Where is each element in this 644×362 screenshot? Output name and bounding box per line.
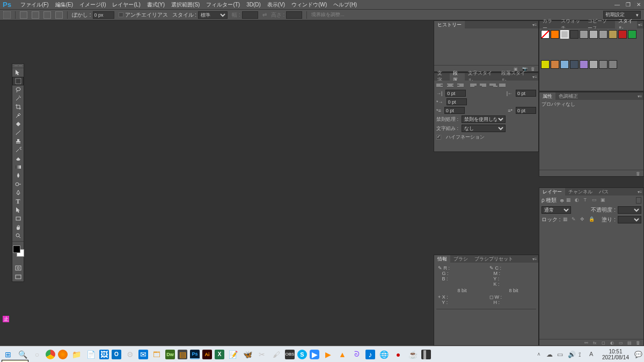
antialias-checkbox[interactable]: アンチエイリアス xyxy=(119,11,168,19)
tray-notification-icon[interactable]: 💬 xyxy=(634,351,642,358)
record-icon[interactable]: ● xyxy=(392,349,404,360)
menu-image[interactable]: イメージ(I) xyxy=(76,0,109,10)
height-input[interactable] xyxy=(286,11,302,19)
indent-right-input[interactable] xyxy=(516,90,536,97)
style-swatch[interactable] xyxy=(560,60,569,69)
selection-new-icon[interactable] xyxy=(20,11,27,19)
clonesource-tab[interactable]: コピーソース xyxy=(584,21,615,28)
properties-delete-icon[interactable]: 🗑 xyxy=(636,171,641,176)
channels-tab[interactable]: チャンネル xyxy=(565,188,596,196)
menu-window[interactable]: ウィンドウ(W) xyxy=(288,0,330,10)
filter-pixel-icon[interactable]: ▦ xyxy=(566,197,573,204)
style-swatch[interactable] xyxy=(589,60,598,69)
skype-icon[interactable]: S xyxy=(297,350,307,359)
refine-edge-button[interactable]: 境界線を調整... xyxy=(311,11,345,18)
blur-tool[interactable] xyxy=(12,171,24,180)
style-swatch[interactable] xyxy=(618,30,627,39)
excel-icon[interactable]: X xyxy=(215,350,224,359)
style-swatch[interactable] xyxy=(570,60,579,69)
character-tab[interactable]: 文字 xyxy=(434,73,450,81)
layers-panel-menu[interactable]: ▾≡ xyxy=(636,188,643,196)
fill-input[interactable] xyxy=(618,216,641,223)
terapad-icon[interactable]: 📝 xyxy=(227,349,239,360)
filter-type-icon[interactable]: T xyxy=(583,197,590,204)
history-brush-tool[interactable] xyxy=(12,146,24,154)
style-swatch[interactable] xyxy=(599,30,608,39)
menu-3d[interactable]: 3D(D) xyxy=(243,1,264,9)
outlook-icon[interactable]: O xyxy=(112,350,121,359)
style-swatch[interactable] xyxy=(599,60,608,69)
taskmgr-icon[interactable]: 🗔 xyxy=(151,349,163,360)
system-clock[interactable]: 10:512021/08/14 xyxy=(600,349,631,360)
butterfly-icon[interactable]: 🦋 xyxy=(241,349,253,360)
justify-all-icon[interactable] xyxy=(499,82,507,88)
styles-panel-menu[interactable]: ▾≡ xyxy=(637,21,643,28)
justify-left-icon[interactable] xyxy=(470,82,478,88)
start-button[interactable]: ⊞ xyxy=(2,349,14,360)
window-close-button[interactable]: ✕ xyxy=(634,1,643,9)
layer-link-icon[interactable]: ⚯ xyxy=(584,341,590,345)
marquee-tool[interactable] xyxy=(12,77,24,85)
menu-view[interactable]: 表示(V) xyxy=(264,0,288,10)
paragraph-tab[interactable]: 段落 xyxy=(450,73,465,81)
foreground-color-swatch[interactable] xyxy=(13,245,20,253)
filter-smart-icon[interactable]: ▣ xyxy=(601,197,607,204)
paths-tab[interactable]: パス xyxy=(596,188,612,196)
justify-center-icon[interactable] xyxy=(480,82,488,88)
window-minimize-button[interactable]: — xyxy=(612,1,622,9)
color-swatches[interactable] xyxy=(12,245,24,263)
tray-overflow-icon[interactable]: ＾ xyxy=(536,351,543,358)
layer-delete-icon[interactable]: 🗑 xyxy=(636,341,641,345)
dreamweaver-icon[interactable]: Dw xyxy=(165,350,175,359)
color-tab[interactable]: カラー xyxy=(539,21,558,28)
swatches-tab[interactable]: スウォッチ xyxy=(558,21,584,28)
filter-toggle[interactable] xyxy=(636,197,641,204)
quickmask-toggle[interactable] xyxy=(12,263,24,272)
java-icon[interactable]: ☕ xyxy=(407,349,419,360)
illustrator-icon[interactable]: Ai xyxy=(202,350,212,359)
healing-tool[interactable] xyxy=(12,120,24,128)
justify-right-icon[interactable] xyxy=(489,82,497,88)
chrome-icon[interactable] xyxy=(46,350,55,359)
lock-all-icon[interactable]: 🔒 xyxy=(589,216,595,223)
tray-volume-icon[interactable]: 🔊 xyxy=(568,351,575,358)
lock-transparency-icon[interactable]: ▦ xyxy=(563,216,569,223)
obs-icon[interactable]: OBS xyxy=(285,350,295,359)
layer-new-icon[interactable]: ▤ xyxy=(627,341,633,345)
toolbox-grip[interactable] xyxy=(12,64,24,68)
paragraph-panel-menu[interactable]: ▾≡ xyxy=(531,73,538,81)
brushpreset-tab[interactable]: ブラシプリセット xyxy=(471,255,516,263)
style-swatch[interactable] xyxy=(551,30,559,39)
tool-preset-icon[interactable] xyxy=(3,11,11,19)
history-tab[interactable]: ヒストリー xyxy=(434,21,465,28)
gradient-tool[interactable] xyxy=(12,163,24,171)
info-tab[interactable]: 情報 xyxy=(434,255,450,263)
layers-tab[interactable]: レイヤー xyxy=(539,188,565,196)
shape-tool[interactable] xyxy=(12,214,24,223)
properties-panel-menu[interactable]: ▾≡ xyxy=(636,92,643,100)
hyphenation-checkbox[interactable] xyxy=(436,135,441,140)
adjustments-tab[interactable]: 色調補正 xyxy=(555,92,581,100)
paint-icon[interactable]: 🖌 xyxy=(270,349,282,360)
screenmode-button[interactable] xyxy=(12,272,24,281)
width-input[interactable] xyxy=(242,11,258,19)
mail-icon[interactable]: ✉ xyxy=(138,350,148,359)
swap-wh-icon[interactable]: ⇄ xyxy=(262,12,267,18)
styles-tab[interactable]: スタイル xyxy=(615,21,638,28)
zoom-icon[interactable]: ▶ xyxy=(310,350,319,359)
scissors-icon[interactable]: ✂ xyxy=(256,349,268,360)
sublime-icon[interactable]: ▤ xyxy=(178,350,187,359)
search-button[interactable]: 🔍 xyxy=(17,349,28,360)
style-swatch[interactable] xyxy=(580,60,588,69)
selection-intersect-icon[interactable] xyxy=(55,11,63,19)
menu-select[interactable]: 選択範囲(S) xyxy=(168,0,203,10)
notepad-icon[interactable]: 📄 xyxy=(85,349,97,360)
selection-add-icon[interactable] xyxy=(32,11,39,19)
cortana-button[interactable]: ○ xyxy=(31,349,43,360)
align-left-icon[interactable] xyxy=(436,82,444,88)
layer-mask-icon[interactable]: ◻ xyxy=(602,341,607,345)
mojikumi-select[interactable]: なし xyxy=(462,125,506,132)
style-swatch[interactable] xyxy=(609,60,617,69)
firefox-icon[interactable] xyxy=(58,350,68,359)
indent-first-input[interactable] xyxy=(447,98,467,105)
